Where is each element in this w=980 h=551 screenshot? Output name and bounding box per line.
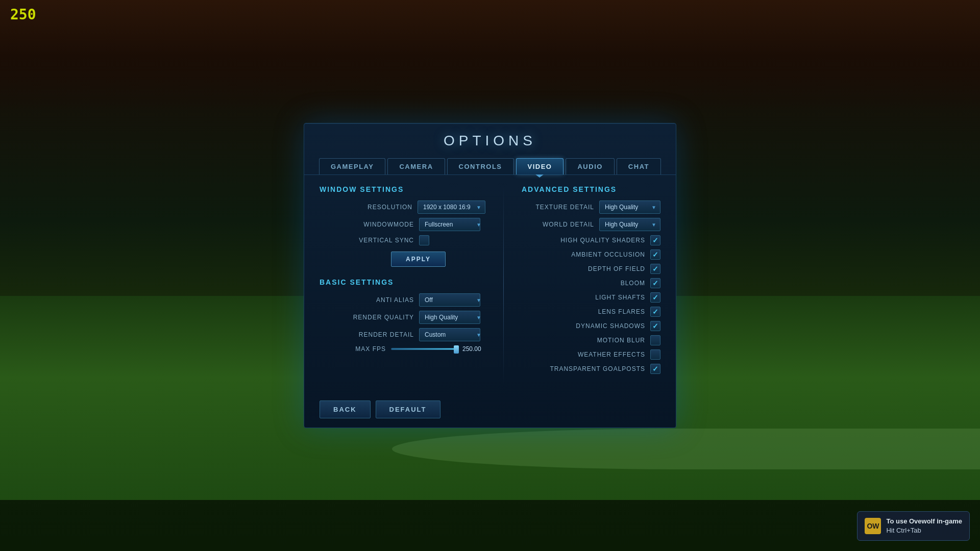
dynamic-shadows-label: DYNAMIC SHADOWS	[576, 322, 645, 330]
max-fps-slider-fill	[391, 348, 455, 349]
basic-settings-title: BASIC SETTINGS	[320, 278, 485, 286]
bloom-label: BLOOM	[621, 280, 645, 287]
tabs-container: GAMEPLAY CAMERA CONTROLS VIDEO AUDIO CHA…	[304, 154, 676, 175]
dynamic-shadows-row: DYNAMIC SHADOWS	[522, 321, 660, 331]
weather-effects-checkbox[interactable]	[650, 349, 660, 360]
lens-flares-checkbox[interactable]	[650, 307, 660, 317]
anti-alias-select[interactable]: Off	[419, 293, 485, 307]
tab-chat[interactable]: CHAT	[617, 158, 661, 174]
world-detail-dropdown[interactable]: High Quality	[599, 218, 660, 231]
dialog-overlay: OPTIONS GAMEPLAY CAMERA CONTROLS VIDEO A…	[0, 0, 980, 551]
hq-shaders-row: HIGH QUALITY SHADERS	[522, 235, 660, 245]
tab-audio[interactable]: AUDIO	[566, 158, 614, 174]
back-button[interactable]: BACK	[320, 400, 371, 418]
dialog-footer: BACK DEFAULT	[304, 395, 676, 428]
motion-blur-label: MOTION BLUR	[597, 337, 645, 344]
world-detail-row: WORLD DETAIL High Quality	[522, 218, 660, 231]
light-shafts-row: LIGHT SHAFTS	[522, 292, 660, 303]
dialog-content: WINDOW SETTINGS RESOLUTION 980 x 551 1…	[304, 175, 676, 395]
overwolf-icon: OW	[865, 518, 881, 534]
bloom-checkbox[interactable]	[650, 278, 660, 288]
overwolf-icon-text: OW	[867, 522, 879, 530]
windowmode-label: WINDOWMODE	[348, 221, 414, 228]
dynamic-shadows-checkbox[interactable]	[650, 321, 660, 331]
fps-counter: 250	[10, 6, 36, 23]
resolution-select[interactable]: 980 x 551 16:9	[418, 201, 485, 214]
transparent-goalposts-row: TRANSPARENT GOALPOSTS	[522, 364, 660, 374]
window-settings-group: WINDOW SETTINGS RESOLUTION 980 x 551 1…	[320, 185, 485, 267]
texture-detail-select[interactable]: High Quality	[599, 201, 660, 214]
overwolf-text: To use Ovewolf in-game Hit Ctrl+Tab	[886, 517, 962, 535]
bloom-row: BLOOM	[522, 278, 660, 288]
weather-effects-row: WEATHER EFFECTS	[522, 349, 660, 360]
hq-shaders-label: HIGH QUALITY SHADERS	[560, 237, 645, 244]
advanced-settings-group: ADVANCED SETTINGS TEXTURE DETAIL High Qu…	[522, 185, 660, 374]
anti-alias-dropdown[interactable]: Off	[419, 293, 480, 307]
max-fps-control: 250.00	[391, 345, 485, 353]
max-fps-slider-track[interactable]	[391, 348, 457, 350]
windowmode-select[interactable]: Fullscreen	[419, 218, 485, 231]
light-shafts-checkbox[interactable]	[650, 292, 660, 303]
anti-alias-row: ANTI ALIAS Off	[320, 293, 485, 307]
tab-camera[interactable]: CAMERA	[387, 158, 445, 174]
anti-alias-label: ANTI ALIAS	[348, 296, 414, 304]
transparent-goalposts-checkbox[interactable]	[650, 364, 660, 374]
vsync-checkbox[interactable]	[419, 235, 429, 245]
render-quality-row: RENDER QUALITY High Quality	[320, 311, 485, 324]
render-detail-select[interactable]: Custom	[419, 328, 485, 341]
ambient-occlusion-row: AMBIENT OCCLUSION	[522, 249, 660, 260]
render-quality-dropdown[interactable]: High Quality	[419, 311, 480, 324]
overwolf-notification: OW To use Ovewolf in-game Hit Ctrl+Tab	[857, 511, 970, 541]
texture-detail-row: TEXTURE DETAIL High Quality	[522, 201, 660, 214]
max-fps-slider-thumb[interactable]	[454, 345, 459, 354]
windowmode-dropdown[interactable]: Fullscreen	[419, 218, 480, 231]
max-fps-row: MAX FPS 250.00	[320, 345, 485, 353]
depth-of-field-checkbox[interactable]	[650, 264, 660, 274]
render-quality-select[interactable]: High Quality	[419, 311, 485, 324]
ambient-occlusion-checkbox[interactable]	[650, 249, 660, 260]
lens-flares-row: LENS FLARES	[522, 307, 660, 317]
vsync-label: VERTICAL SYNC	[348, 237, 414, 244]
render-detail-row: RENDER DETAIL Custom	[320, 328, 485, 341]
dialog-title-bar: OPTIONS	[304, 123, 676, 154]
ambient-occlusion-label: AMBIENT OCCLUSION	[571, 251, 645, 258]
vsync-row: VERTICAL SYNC	[320, 235, 485, 245]
overwolf-hint: Hit Ctrl+Tab	[886, 527, 921, 534]
default-button[interactable]: DEFAULT	[376, 400, 440, 418]
render-detail-dropdown[interactable]: Custom	[419, 328, 480, 341]
texture-detail-label: TEXTURE DETAIL	[536, 204, 594, 211]
apply-button[interactable]: APPLY	[391, 252, 446, 267]
vsync-control	[419, 235, 485, 245]
resolution-label: RESOLUTION	[346, 204, 412, 211]
depth-of-field-label: DEPTH OF FIELD	[588, 265, 645, 272]
weather-effects-label: WEATHER EFFECTS	[578, 351, 645, 358]
options-dialog: OPTIONS GAMEPLAY CAMERA CONTROLS VIDEO A…	[304, 123, 676, 428]
max-fps-value: 250.00	[462, 345, 485, 353]
overwolf-title: To use Ovewolf in-game	[886, 517, 962, 526]
depth-of-field-row: DEPTH OF FIELD	[522, 264, 660, 274]
render-detail-label: RENDER DETAIL	[348, 331, 414, 338]
apply-row: APPLY	[320, 249, 485, 267]
right-panel: ADVANCED SETTINGS TEXTURE DETAIL High Qu…	[522, 185, 660, 385]
world-detail-select[interactable]: High Quality	[599, 218, 660, 231]
window-settings-title: WINDOW SETTINGS	[320, 185, 485, 193]
max-fps-label: MAX FPS	[320, 345, 386, 353]
world-detail-label: WORLD DETAIL	[543, 221, 594, 228]
motion-blur-checkbox[interactable]	[650, 335, 660, 345]
render-quality-label: RENDER QUALITY	[348, 314, 414, 321]
tab-gameplay[interactable]: GAMEPLAY	[319, 158, 385, 174]
left-panel: WINDOW SETTINGS RESOLUTION 980 x 551 1…	[320, 185, 485, 385]
texture-detail-dropdown[interactable]: High Quality	[599, 201, 660, 214]
panel-divider	[503, 185, 504, 385]
windowmode-row: WINDOWMODE Fullscreen	[320, 218, 485, 231]
resolution-dropdown[interactable]: 980 x 551 16:9	[418, 201, 485, 214]
light-shafts-label: LIGHT SHAFTS	[595, 294, 645, 301]
dialog-title: OPTIONS	[314, 133, 666, 149]
tab-controls[interactable]: CONTROLS	[447, 158, 514, 174]
resolution-row: RESOLUTION 980 x 551 16:9	[320, 201, 485, 214]
advanced-settings-title: ADVANCED SETTINGS	[522, 185, 660, 193]
lens-flares-label: LENS FLARES	[598, 308, 645, 315]
tab-video[interactable]: VIDEO	[516, 158, 564, 174]
hq-shaders-checkbox[interactable]	[650, 235, 660, 245]
motion-blur-row: MOTION BLUR	[522, 335, 660, 345]
